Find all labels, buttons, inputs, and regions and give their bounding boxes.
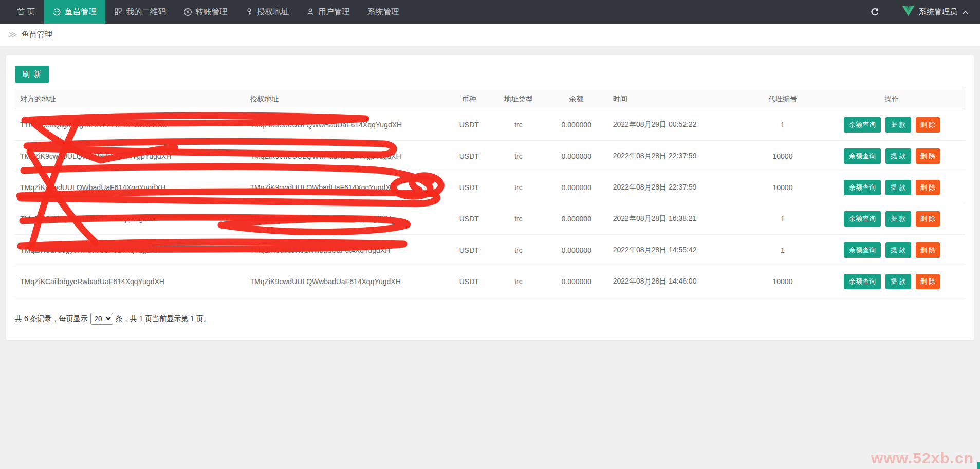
time: 2022年08月28日 16:38:21 [608, 203, 747, 235]
agent-no: 10000 [747, 172, 819, 203]
withdraw-button[interactable]: 提 款 [885, 180, 911, 195]
withdraw-button[interactable]: 提 款 [885, 117, 911, 133]
nav-item-label: 系统管理 [367, 7, 399, 17]
agent-no: 1 [747, 109, 819, 141]
user-icon [306, 8, 315, 16]
nav-item-my-qrcode[interactable]: 我的二维码 [105, 0, 175, 24]
refresh-icon[interactable] [870, 7, 880, 17]
nav-item-label: 鱼苗管理 [65, 7, 97, 17]
nav-item-user-management[interactable]: 用户管理 [298, 0, 359, 24]
auth-address: TMqZiK9cwdUULQWwHadUaF614XqqYugdXH [245, 109, 446, 141]
header-auth-address: 授权地址 [245, 89, 446, 109]
pagination-prefix: 共 6 条记录，每页显示 [15, 314, 88, 324]
header-coin: 币种 [446, 89, 492, 109]
watermark: www.52xb.cn [871, 449, 974, 467]
balance-query-button[interactable]: 余额查询 [844, 211, 881, 227]
balance: 0.000000 [545, 235, 608, 266]
peer-address: TMqZiK9cwdUULQWwHadHzFz44YgpYugdXH [15, 141, 245, 172]
nav-item-authorized-address[interactable]: 授权地址 [236, 0, 298, 24]
withdraw-button[interactable]: 提 款 [885, 274, 911, 289]
nav-item-label: 授权地址 [257, 7, 289, 17]
refresh-button[interactable]: 刷 新 [15, 66, 49, 83]
nav-item-label: 我的二维码 [126, 7, 166, 17]
pagination-bar: 共 6 条记录，每页显示 20 条，共 1 页当前显示第 1 页。 [15, 313, 965, 325]
balance: 0.000000 [545, 109, 608, 141]
user-menu[interactable]: 系统管理员 [902, 6, 969, 18]
coin: USDT [446, 235, 492, 266]
navbar-right-controls: 系统管理员 [870, 0, 972, 24]
address-type: trc [492, 266, 545, 297]
breadcrumb-arrows-icon: ≫ [8, 30, 17, 39]
peer-address: TMqZiKCaiibQWwHadHzF844XqqYugdXH [15, 203, 245, 235]
coin: USDT [446, 203, 492, 235]
table-header-row: 对方的地址 授权地址 币种 地址类型 余额 时间 代理编号 操作 [15, 89, 965, 109]
balance-query-button[interactable]: 余额查询 [844, 180, 881, 195]
withdraw-button[interactable]: 提 款 [885, 148, 911, 164]
peer-address: TMqZiKCaiibdgyeHwbadUaF614XqYugdXH [15, 235, 245, 266]
header-agent-no: 代理编号 [747, 89, 819, 109]
auth-address: TMqZiK9cwdUULQWbadUaF614XqqYugdXH [245, 172, 446, 203]
delete-button[interactable]: 删 除 [916, 148, 940, 164]
peer-address: TThK9ceXQiigthdqymLJVLzTUHX4GKaLHD9 [15, 109, 245, 141]
balance: 0.000000 [545, 203, 608, 235]
nav-item-label: 首 页 [17, 7, 35, 17]
qrcode-icon [114, 8, 122, 16]
coin: USDT [446, 141, 492, 172]
balance: 0.000000 [545, 266, 608, 297]
nav-item-transfer-management[interactable]: ¥ 转账管理 [175, 0, 236, 24]
coin: USDT [446, 266, 492, 297]
delete-button[interactable]: 删 除 [916, 242, 940, 258]
delete-button[interactable]: 删 除 [916, 180, 940, 195]
table-row: TMqZiK9cwdUULQWwHadHzFz44YgpYugdXH TMqZi… [15, 141, 965, 172]
nav-item-label: 用户管理 [318, 7, 350, 17]
coin: USDT [446, 109, 492, 141]
header-balance: 余额 [545, 89, 608, 109]
nav-item-fry-management[interactable]: 鱼苗管理 [44, 0, 105, 24]
time: 2022年08月28日 14:55:42 [608, 235, 747, 266]
address-type: trc [492, 172, 545, 203]
time: 2022年08月29日 00:52:22 [608, 109, 747, 141]
peer-address: TMqZiKCaiibdgyeRwbadUaF614XqqYugdXH [15, 266, 245, 297]
balance-query-button[interactable]: 余额查询 [844, 148, 881, 164]
agent-no: 1 [747, 203, 819, 235]
chevron-up-icon [962, 8, 969, 16]
nav-item-system-management[interactable]: 系统管理 [359, 0, 408, 24]
address-type: trc [492, 141, 545, 172]
agent-no: 10000 [747, 141, 819, 172]
time: 2022年08月28日 14:46:00 [608, 266, 747, 297]
table-row: TMqZiKCaiibdgyeRwbadUaF614XqqYugdXH TMqZ… [15, 266, 965, 297]
yen-circle-icon: ¥ [183, 8, 192, 16]
top-navbar: 首 页 鱼苗管理 我的二维码 ¥ 转账管理 授权地址 [0, 0, 980, 24]
auth-address: TMqZiKCaiibJHJLWwbadUaF6t4XqYugdXH [245, 235, 446, 266]
delete-button[interactable]: 删 除 [916, 211, 940, 227]
address-type: trc [492, 203, 545, 235]
balance: 0.000000 [545, 141, 608, 172]
nav-menu: 首 页 鱼苗管理 我的二维码 ¥ 转账管理 授权地址 [8, 0, 408, 24]
table-row: TMqZiK9cwdUULQWbadUaF614XqqYugdXH TMqZiK… [15, 172, 965, 203]
auth-address: TMqZiK9cwdUULQWwbadUaF614XqqYugdXH [245, 266, 446, 297]
address-type: trc [492, 109, 545, 141]
breadcrumb-label: 鱼苗管理 [22, 30, 52, 40]
pagination-suffix: 条，共 1 页当前显示第 1 页。 [116, 314, 211, 324]
table-row: TMqZiKCaiibQWwHadHzF844XqqYugdXH TMqZiKC… [15, 203, 965, 235]
breadcrumb: ≫ 鱼苗管理 [0, 24, 980, 46]
key-icon [245, 8, 253, 16]
table-row: TThK9ceXQiigthdqymLJVLzTUHX4GKaLHD9 TMqZ… [15, 109, 965, 141]
peer-address: TMqZiK9cwdUULQWbadUaF614XqqYugdXH [15, 172, 245, 203]
page-size-select[interactable]: 20 [90, 313, 113, 325]
address-type: trc [492, 235, 545, 266]
auth-address: TMqZiKCaiibQWwHbadUaF614XqqYugdXH [245, 203, 446, 235]
withdraw-button[interactable]: 提 款 [885, 242, 911, 258]
delete-button[interactable]: 删 除 [916, 117, 940, 133]
balance-query-button[interactable]: 余额查询 [844, 242, 881, 258]
header-peer-address: 对方的地址 [15, 89, 245, 109]
vue-logo-icon [902, 6, 914, 18]
table-row: TMqZiKCaiibdgyeHwbadUaF614XqYugdXH TMqZi… [15, 235, 965, 266]
header-actions: 操作 [819, 89, 965, 109]
delete-button[interactable]: 删 除 [916, 274, 940, 289]
balance-query-button[interactable]: 余额查询 [844, 274, 881, 289]
balance-query-button[interactable]: 余额查询 [844, 117, 881, 133]
nav-item-home[interactable]: 首 页 [8, 0, 44, 24]
withdraw-button[interactable]: 提 款 [885, 211, 911, 227]
svg-text:¥: ¥ [186, 9, 189, 14]
